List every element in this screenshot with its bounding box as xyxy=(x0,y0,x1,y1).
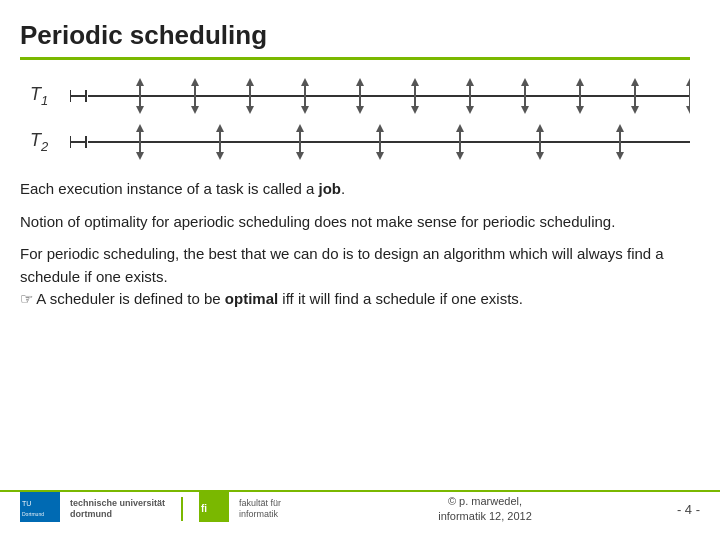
svg-marker-47 xyxy=(216,124,224,132)
svg-rect-67 xyxy=(20,492,60,522)
svg-marker-16 xyxy=(301,106,309,114)
timeline-t2: T2 xyxy=(30,124,690,160)
svg-marker-9 xyxy=(191,78,199,86)
svg-marker-54 xyxy=(376,152,384,160)
svg-text:Dortmund: Dortmund xyxy=(22,511,44,517)
svg-marker-30 xyxy=(576,78,584,86)
svg-marker-10 xyxy=(191,106,199,114)
slide: Periodic scheduling T1 xyxy=(0,0,720,540)
svg-marker-28 xyxy=(521,106,529,114)
svg-text:TU: TU xyxy=(22,500,31,507)
svg-marker-51 xyxy=(296,152,304,160)
footer-copyright: © p. marwedel, informatik 12, 2012 xyxy=(330,494,640,525)
p3-text-after: iff it will find a schedule if one exist… xyxy=(278,290,523,307)
svg-marker-7 xyxy=(136,106,144,114)
title-divider xyxy=(20,57,690,60)
svg-marker-48 xyxy=(216,152,224,160)
footer: TU Dortmund technische universitätdortmu… xyxy=(0,490,720,526)
svg-marker-60 xyxy=(536,152,544,160)
svg-marker-44 xyxy=(136,124,144,132)
svg-marker-25 xyxy=(466,106,474,114)
timeline-t2-svg xyxy=(70,124,690,160)
slide-title: Periodic scheduling xyxy=(20,20,690,51)
timeline-t1-arrow xyxy=(70,78,690,114)
svg-marker-6 xyxy=(136,78,144,86)
svg-marker-36 xyxy=(686,78,690,86)
svg-marker-33 xyxy=(631,78,639,86)
tu-text: technische universitätdortmund xyxy=(70,498,165,520)
footer-logos: TU Dortmund technische universitätdortmu… xyxy=(20,492,330,526)
svg-marker-34 xyxy=(631,106,639,114)
svg-marker-50 xyxy=(296,124,304,132)
p1-after: . xyxy=(341,180,345,197)
svg-marker-56 xyxy=(456,124,464,132)
svg-marker-57 xyxy=(456,152,464,160)
svg-marker-27 xyxy=(521,78,529,86)
svg-marker-63 xyxy=(616,152,624,160)
svg-marker-31 xyxy=(576,106,584,114)
svg-marker-45 xyxy=(136,152,144,160)
svg-marker-21 xyxy=(411,78,419,86)
svg-marker-59 xyxy=(536,124,544,132)
paragraph-job: Each execution instance of a task is cal… xyxy=(20,178,690,201)
timeline-t2-label: T2 xyxy=(30,130,70,154)
svg-marker-12 xyxy=(246,78,254,86)
paragraph-optimal-def: For periodic scheduling, the best that w… xyxy=(20,243,690,311)
svg-marker-15 xyxy=(301,78,309,86)
svg-marker-24 xyxy=(466,78,474,86)
p1-bold: job xyxy=(319,180,342,197)
svg-marker-53 xyxy=(376,124,384,132)
timeline-t1-label: T1 xyxy=(30,84,70,108)
svg-marker-13 xyxy=(246,106,254,114)
timeline-t1-svg xyxy=(70,78,690,114)
fi-text: fakultät fürinformatik xyxy=(239,498,281,520)
tu-logo: TU Dortmund xyxy=(20,492,60,526)
p3-bold: optimal xyxy=(225,290,278,307)
footer-divider xyxy=(181,497,183,521)
p2-text: Notion of optimality for aperiodic sched… xyxy=(20,213,615,230)
p1-before: Each execution instance of a task is cal… xyxy=(20,180,319,197)
svg-text:fi: fi xyxy=(201,503,207,514)
fi-logo: fi xyxy=(199,492,229,526)
svg-marker-19 xyxy=(356,106,364,114)
footer-page: - 4 - xyxy=(640,502,700,517)
timeline-t1: T1 xyxy=(30,78,690,114)
timeline-t2-arrow xyxy=(70,124,690,160)
svg-marker-18 xyxy=(356,78,364,86)
timelines-section: T1 xyxy=(30,78,690,160)
paragraph-optimality: Notion of optimality for aperiodic sched… xyxy=(20,211,690,234)
svg-marker-62 xyxy=(616,124,624,132)
svg-marker-37 xyxy=(686,106,690,114)
svg-marker-22 xyxy=(411,106,419,114)
